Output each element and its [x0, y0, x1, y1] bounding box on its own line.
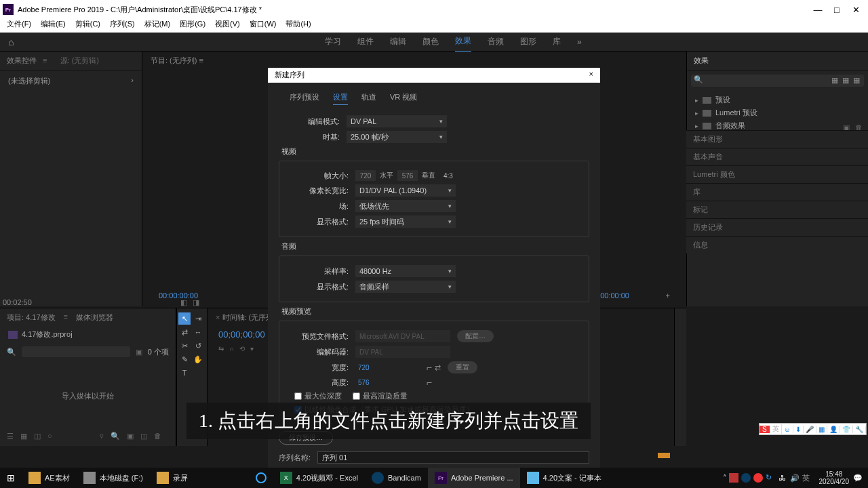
- ime-toolbar[interactable]: S 英 ☺⬇🎤 ▦👤👕🔧: [759, 423, 867, 435]
- panel-basic-graphics[interactable]: 基本图形: [686, 130, 868, 148]
- close-button[interactable]: ✕: [846, 5, 865, 15]
- import-placeholder[interactable]: 导入媒体以开始: [0, 391, 176, 401]
- frame-width-input[interactable]: [355, 170, 376, 181]
- menu-view[interactable]: 视图(V): [211, 19, 244, 33]
- ws-lib[interactable]: 库: [553, 32, 561, 52]
- tray-icon-1[interactable]: [729, 473, 738, 483]
- tray-net-icon[interactable]: 🖧: [778, 474, 786, 482]
- dialog-close-icon[interactable]: ×: [589, 70, 593, 81]
- par-select[interactable]: D1/DV PAL (1.0940)▾: [355, 184, 456, 197]
- editing-mode-select[interactable]: DV PAL▾: [347, 115, 447, 127]
- tb-bandicam[interactable]: Bandicam: [365, 468, 428, 488]
- ws-effects[interactable]: 效果: [455, 31, 471, 52]
- new-bin-icon-2[interactable]: ▣: [127, 432, 134, 441]
- ws-learn[interactable]: 学习: [325, 32, 341, 52]
- menu-clip[interactable]: 剪辑(C): [71, 19, 104, 33]
- minimize-button[interactable]: —: [808, 5, 827, 15]
- tab-settings[interactable]: 设置: [333, 92, 348, 105]
- panel-info[interactable]: 信息: [686, 236, 868, 253]
- new-item-icon[interactable]: ◫: [140, 432, 147, 441]
- tray-notif-icon[interactable]: 💬: [853, 474, 863, 483]
- menu-sequence[interactable]: 序列(S): [106, 19, 139, 33]
- bin-icon[interactable]: ▣: [136, 348, 142, 357]
- home-icon[interactable]: ⌂: [8, 37, 14, 47]
- preset-icon[interactable]: ▦: [831, 76, 838, 85]
- tb-excel[interactable]: X4.20视频邓 - Excel: [273, 468, 365, 488]
- link-icon-2[interactable]: ⇄: [435, 363, 441, 372]
- type-tool[interactable]: T: [178, 367, 191, 379]
- project-tab[interactable]: 项目: 4.17修改: [7, 312, 56, 323]
- overwrite-btn-icon[interactable]: ◨: [193, 298, 199, 307]
- razor-tool[interactable]: ✂: [178, 340, 191, 352]
- tb-notepad[interactable]: 4.20文案 - 记事本: [520, 468, 608, 488]
- tab-presets[interactable]: 序列预设: [290, 92, 319, 105]
- tb-ae[interactable]: AE素材: [22, 468, 77, 488]
- tb-disk[interactable]: 本地磁盘 (F:): [77, 468, 150, 488]
- insert-btn-icon[interactable]: ◧: [180, 298, 187, 307]
- menu-file[interactable]: 文件(F): [3, 19, 35, 33]
- ws-color[interactable]: 颜色: [422, 32, 439, 52]
- freeform-icon[interactable]: ◫: [34, 432, 41, 441]
- selection-tool[interactable]: ↖: [178, 312, 191, 325]
- tab-tracks[interactable]: 轨道: [361, 92, 376, 105]
- project-search[interactable]: [22, 346, 130, 357]
- reset-button[interactable]: 重置: [448, 361, 477, 373]
- source-none-tab[interactable]: 源: (无剪辑): [60, 56, 99, 64]
- ws-audio[interactable]: 音频: [488, 32, 504, 52]
- ws-more[interactable]: »: [577, 33, 582, 51]
- slip-tool[interactable]: ↺: [192, 340, 204, 352]
- tb-cortana[interactable]: [249, 468, 273, 488]
- find-icon[interactable]: 🔍: [111, 432, 120, 441]
- program-tab[interactable]: 节目: (无序列): [151, 56, 197, 64]
- menu-graphics[interactable]: 图形(G): [176, 19, 210, 33]
- menu-window[interactable]: 窗口(W): [245, 19, 281, 33]
- max-depth-check[interactable]: 最大位深度: [294, 391, 342, 401]
- panel-library[interactable]: 库: [686, 183, 868, 201]
- rate-tool[interactable]: ↔: [192, 326, 204, 338]
- ws-edit[interactable]: 编辑: [390, 32, 406, 52]
- panel-history[interactable]: 历史记录: [686, 218, 868, 236]
- add-button-icon[interactable]: +: [666, 291, 670, 300]
- panel-markers[interactable]: 标记: [686, 201, 868, 218]
- track-select-tool[interactable]: ⇥: [192, 312, 204, 325]
- sample-select[interactable]: 48000 Hz▾: [355, 265, 456, 277]
- eff-presets[interactable]: ▸预设: [692, 94, 863, 106]
- zoom-icon[interactable]: ○: [47, 432, 52, 441]
- list-view-icon[interactable]: ☰: [7, 432, 14, 441]
- max-render-check[interactable]: 最高渲染质量: [353, 391, 408, 401]
- trash-icon-2[interactable]: 🗑: [154, 432, 161, 441]
- disp-a-select[interactable]: 音频采样▾: [355, 281, 456, 293]
- effects-search[interactable]: 🔍 ▦▦▦: [691, 75, 864, 87]
- effect-controls-tab[interactable]: 效果控件: [7, 56, 37, 64]
- tray-vol-icon[interactable]: 🔊: [790, 474, 800, 483]
- disp-v-select[interactable]: 25 fps 时间码▾: [355, 216, 456, 228]
- ws-graphics[interactable]: 图形: [520, 32, 536, 52]
- tb-rec[interactable]: 录屏: [150, 468, 195, 488]
- ws-assembly[interactable]: 组件: [357, 32, 374, 52]
- preset-icon-3[interactable]: ▦: [853, 76, 860, 85]
- frame-height-input[interactable]: [397, 170, 418, 181]
- menu-edit[interactable]: 编辑(E): [37, 19, 70, 33]
- eff-lumetri[interactable]: ▸Lumetri 预设: [692, 106, 863, 119]
- tray-clock[interactable]: 15:482020/4/20: [819, 470, 850, 485]
- auto-seq-icon[interactable]: ▿: [100, 432, 104, 441]
- tray-icon-2[interactable]: [741, 473, 751, 483]
- ripple-tool[interactable]: ⇄: [178, 326, 191, 338]
- fields-select[interactable]: 低场优先▾: [355, 200, 456, 212]
- pen-tool[interactable]: ✎: [178, 353, 191, 365]
- hand-tool[interactable]: ✋: [192, 353, 204, 365]
- tray-up-icon[interactable]: ˄: [723, 474, 727, 483]
- config-button[interactable]: 配置…: [457, 330, 494, 342]
- panel-lumetri-color[interactable]: Lumetri 颜色: [686, 165, 868, 183]
- media-browser-tab[interactable]: 媒体浏览器: [76, 312, 113, 323]
- maximize-button[interactable]: □: [827, 5, 846, 15]
- menu-marker[interactable]: 标记(M): [140, 19, 175, 33]
- ime-lang[interactable]: 英: [770, 424, 782, 434]
- chevron-right-icon[interactable]: ›: [131, 76, 134, 86]
- tb-premiere[interactable]: PrAdobe Premiere ...: [428, 468, 520, 488]
- start-button[interactable]: ⊞: [0, 468, 22, 488]
- seq-name-input[interactable]: 序列 01: [317, 451, 589, 464]
- preset-icon-2[interactable]: ▦: [842, 76, 849, 85]
- tray-ime[interactable]: 英: [802, 473, 810, 483]
- panel-basic-sound[interactable]: 基本声音: [686, 148, 868, 165]
